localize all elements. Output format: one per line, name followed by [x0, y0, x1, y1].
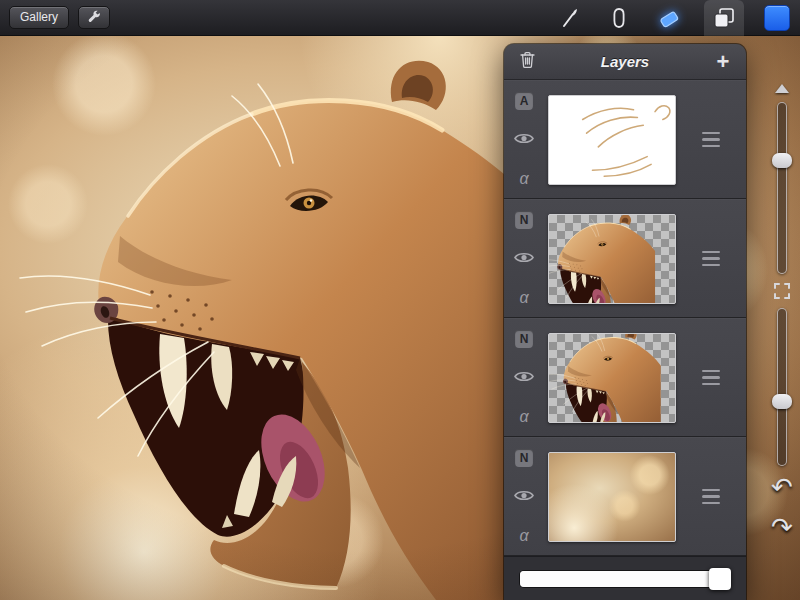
top-toolbar: Gallery [0, 0, 800, 36]
layer-visibility-toggle[interactable] [514, 369, 534, 387]
frame-corners-icon [773, 282, 791, 300]
smudge-finger-icon [609, 7, 629, 29]
brush-opacity-slider[interactable] [777, 308, 787, 466]
alpha-lock-toggle[interactable]: α [519, 408, 528, 426]
layer-row-lion-detail[interactable]: N α [504, 199, 746, 318]
delete-layer-button[interactable] [516, 51, 538, 72]
blend-mode-badge[interactable]: N [515, 211, 533, 229]
alpha-lock-toggle[interactable]: α [519, 170, 528, 188]
undo-button[interactable]: ↶ [771, 474, 793, 500]
eraser-icon [657, 7, 681, 29]
gallery-button[interactable]: Gallery [9, 6, 69, 29]
layer-thumbnail-lion[interactable] [548, 333, 676, 423]
erase-tool-button[interactable] [654, 3, 684, 33]
layer-thumbnail-background[interactable] [548, 452, 676, 542]
blend-mode-badge[interactable]: A [515, 92, 533, 110]
eye-icon [514, 251, 534, 264]
layer-visibility-toggle[interactable] [514, 131, 534, 149]
brush-opacity-slider-handle[interactable] [772, 394, 792, 409]
background-opacity-fill [520, 571, 720, 587]
lion-painting [0, 0, 560, 600]
layers-panel-title: Layers [538, 53, 712, 70]
blend-mode-badge[interactable]: N [515, 330, 533, 348]
layers-panel-footer [504, 556, 746, 600]
layer-visibility-toggle[interactable] [514, 488, 534, 506]
paintbrush-icon [558, 7, 580, 29]
layers-icon [712, 6, 736, 30]
layer-drag-handle[interactable] [702, 370, 720, 386]
eye-icon [514, 370, 534, 383]
alpha-lock-toggle[interactable]: α [519, 289, 528, 307]
wrench-icon [87, 10, 102, 25]
app-window: ↶ ↷ Layers + A [0, 0, 800, 600]
tool-group [554, 0, 790, 36]
sidebar-controls: ↶ ↷ [764, 36, 800, 600]
color-swatch-button[interactable] [764, 5, 790, 31]
slider-cap-triangle-icon [775, 84, 789, 93]
layer-row-lion-base[interactable]: N α [504, 318, 746, 437]
layer-row-background[interactable]: N α [504, 437, 746, 556]
trash-icon [520, 51, 535, 68]
layers-panel-header: Layers + [504, 44, 746, 80]
smudge-tool-button[interactable] [604, 3, 634, 33]
layer-thumbnail-lion[interactable] [548, 214, 676, 304]
layer-drag-handle[interactable] [702, 251, 720, 267]
paint-tool-button[interactable] [554, 3, 584, 33]
background-opacity-slider[interactable] [520, 571, 730, 587]
actions-button[interactable] [78, 6, 110, 29]
layer-visibility-toggle[interactable] [514, 250, 534, 268]
layer-drag-handle[interactable] [702, 132, 720, 148]
brush-size-slider[interactable] [777, 102, 787, 274]
alpha-lock-toggle[interactable]: α [519, 527, 528, 545]
layers-button[interactable] [704, 0, 744, 36]
add-layer-button[interactable]: + [712, 52, 734, 72]
layer-thumbnail-sketch[interactable] [548, 95, 676, 185]
layers-panel: Layers + A α [504, 44, 746, 600]
modify-button[interactable] [767, 276, 797, 306]
eye-icon [514, 132, 534, 145]
layers-list: A α [504, 80, 746, 556]
blend-mode-badge[interactable]: N [515, 449, 533, 467]
brush-size-slider-handle[interactable] [772, 153, 792, 168]
layer-drag-handle[interactable] [702, 489, 720, 505]
redo-button[interactable]: ↷ [771, 514, 793, 540]
eye-icon [514, 489, 534, 502]
layer-row-sketch[interactable]: A α [504, 80, 746, 199]
background-opacity-handle[interactable] [709, 568, 731, 590]
